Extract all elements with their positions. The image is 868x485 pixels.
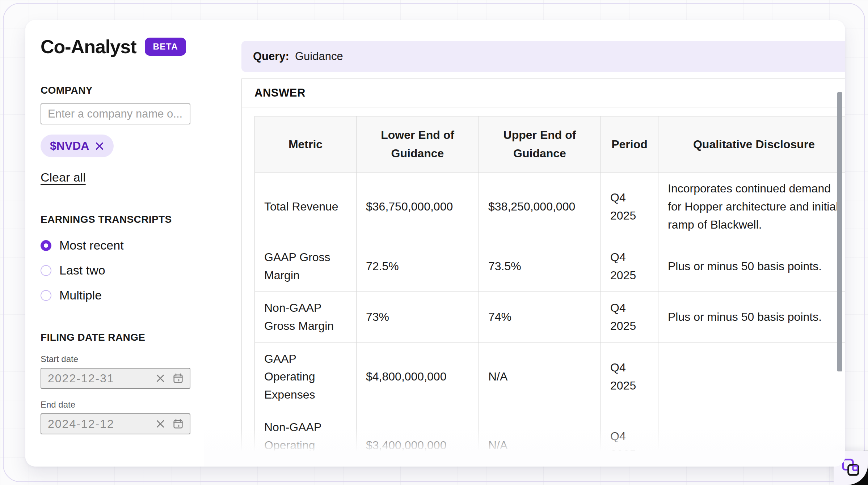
cell-metric: Non-GAAP Gross Margin [255, 292, 357, 343]
query-value: Guidance [295, 50, 343, 63]
transcript-option-multiple[interactable]: Multiple [41, 288, 214, 302]
cell-qualitative: Plus or minus 50 basis points. [658, 241, 846, 292]
cell-lower: $4,800,000,000 [357, 343, 479, 411]
cell-upper: 73.5% [479, 241, 601, 292]
cell-upper: $38,250,000,000 [479, 173, 601, 241]
app-title: Co-Analyst [41, 36, 136, 58]
guidance-table: MetricLower End of GuidanceUpper End of … [254, 116, 845, 467]
sidebar: Co-Analyst BETA COMPANY $NVDA Clear all … [25, 20, 229, 467]
cell-qualitative [658, 411, 846, 467]
table-header-row: MetricLower End of GuidanceUpper End of … [255, 116, 846, 173]
end-date-label: End date [41, 400, 214, 410]
chip-label: $NVDA [50, 139, 89, 153]
cell-metric: GAAP Gross Margin [255, 241, 357, 292]
transcript-option-most-recent[interactable]: Most recent [41, 238, 214, 252]
query-bar: Query: Guidance [241, 41, 845, 72]
brand-logo-icon [842, 459, 859, 476]
answer-header: ANSWER [242, 79, 845, 107]
start-date-input[interactable]: 2022-12-31 [41, 368, 190, 389]
column-header: Metric [255, 116, 357, 173]
company-heading: COMPANY [41, 85, 214, 96]
company-section: COMPANY $NVDA Clear all [25, 70, 229, 199]
cell-qualitative [658, 343, 846, 411]
vertical-scrollbar[interactable] [837, 92, 842, 371]
cell-period: Q4 2025 [601, 173, 658, 241]
query-label: Query: [253, 50, 289, 63]
cell-metric: Total Revenue [255, 173, 357, 241]
column-header: Period [601, 116, 658, 173]
cell-upper: N/A [479, 411, 601, 467]
date-range-heading: FILING DATE RANGE [41, 332, 214, 343]
end-date-clear-icon[interactable] [155, 418, 166, 429]
column-header: Lower End of Guidance [357, 116, 479, 173]
radio-selected-icon[interactable] [41, 240, 51, 251]
transcript-option-last-two[interactable]: Last two [41, 263, 214, 277]
cell-period: Q4 2025 [601, 241, 658, 292]
radio-unselected-icon[interactable] [41, 265, 51, 276]
cell-period: Q4 2025 [601, 343, 658, 411]
cell-lower: $3,400,000,000 [357, 411, 479, 467]
answer-table-wrap: MetricLower End of GuidanceUpper End of … [242, 107, 845, 467]
cell-metric: Non-GAAP Operating Expenses [255, 411, 357, 467]
column-header: Upper End of Guidance [479, 116, 601, 173]
copy-answer-icon[interactable] [844, 86, 845, 100]
transcript-options: Most recentLast twoMultiple [41, 238, 214, 302]
radio-label: Last two [59, 263, 105, 277]
end-date-value: 2024-12-12 [48, 417, 148, 431]
answer-panel: ANSWER MetricLower End of GuidanceUpper … [241, 78, 845, 467]
start-date-label: Start date [41, 354, 214, 364]
app-header: Co-Analyst BETA [25, 20, 229, 70]
cell-metric: GAAP Operating Expenses [255, 343, 357, 411]
app-window: Co-Analyst BETA COMPANY $NVDA Clear all … [25, 20, 845, 467]
transcripts-heading: EARNINGS TRANSCRIPTS [41, 214, 214, 225]
cell-qualitative: Plus or minus 50 basis points. [658, 292, 846, 343]
cell-lower: $36,750,000,000 [357, 173, 479, 241]
cell-period: Q4 2025 [601, 411, 658, 467]
clear-all-link[interactable]: Clear all [41, 170, 86, 184]
cell-upper: N/A [479, 343, 601, 411]
start-date-value: 2022-12-31 [48, 372, 148, 385]
cell-qualitative: Incorporates continued demand for Hopper… [658, 173, 846, 241]
table-body: Total Revenue$36,750,000,000$38,250,000,… [255, 173, 846, 467]
radio-label: Multiple [59, 288, 102, 302]
start-date-clear-icon[interactable] [155, 373, 166, 384]
cell-period: Q4 2025 [601, 292, 658, 343]
radio-label: Most recent [59, 238, 124, 252]
table-row: Non-GAAP Operating Expenses$3,400,000,00… [255, 411, 846, 467]
beta-badge: BETA [145, 38, 186, 56]
company-chip-nvda[interactable]: $NVDA [41, 135, 114, 157]
chip-remove-icon[interactable] [95, 141, 104, 151]
radio-unselected-icon[interactable] [41, 290, 51, 301]
cell-lower: 73% [357, 292, 479, 343]
company-search-input[interactable] [41, 103, 190, 124]
end-date-calendar-icon[interactable] [172, 418, 184, 430]
cell-upper: 74% [479, 292, 601, 343]
end-date-input[interactable]: 2024-12-12 [41, 413, 190, 434]
start-date-calendar-icon[interactable] [172, 373, 184, 384]
cell-lower: 72.5% [357, 241, 479, 292]
table-row: GAAP Operating Expenses$4,800,000,000N/A… [255, 343, 846, 411]
table-row: Non-GAAP Gross Margin73%74%Q4 2025Plus o… [255, 292, 846, 343]
table-row: Total Revenue$36,750,000,000$38,250,000,… [255, 173, 846, 241]
date-range-section: FILING DATE RANGE Start date 2022-12-31 … [25, 317, 229, 449]
table-row: GAAP Gross Margin72.5%73.5%Q4 2025Plus o… [255, 241, 846, 292]
transcripts-section: EARNINGS TRANSCRIPTS Most recentLast two… [25, 199, 229, 317]
answer-heading: ANSWER [254, 86, 306, 99]
column-header: Qualitative Disclosure [658, 116, 846, 173]
